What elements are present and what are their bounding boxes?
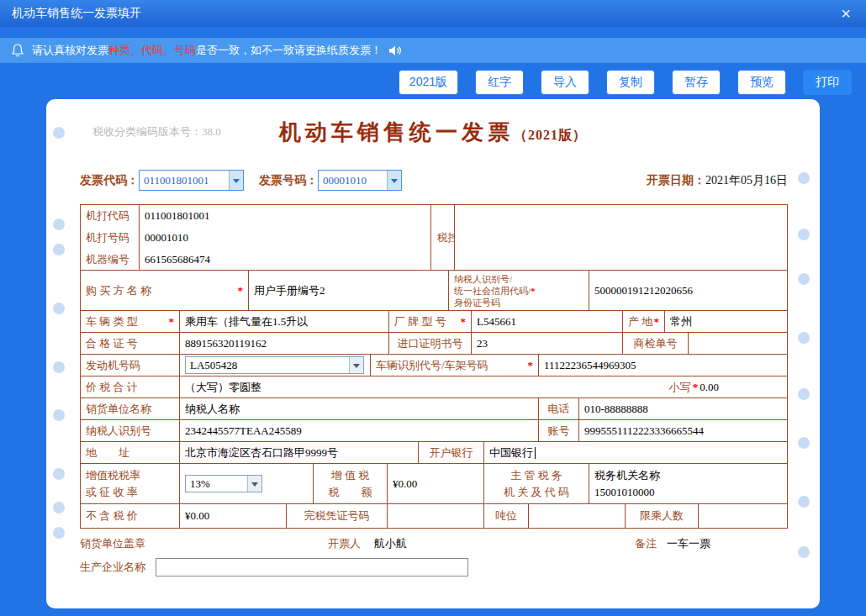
account-value[interactable]: 9995551112223336665544 bbox=[579, 420, 787, 441]
preview-button[interactable]: 预览 bbox=[737, 70, 786, 95]
speaker-icon[interactable] bbox=[388, 45, 403, 57]
buyer-name-label: 购 买 方 名 称 bbox=[86, 283, 151, 298]
row-vat: 增值税税率 或 征 收 率 13% 增 值 税 税 额 ¥0.00 主 管 税 … bbox=[81, 464, 787, 504]
phone-value[interactable]: 010-88888888 bbox=[579, 398, 787, 419]
decorative-dot bbox=[798, 496, 810, 508]
brand-model-value[interactable]: L545661 bbox=[472, 311, 623, 332]
decorative-dot bbox=[798, 172, 810, 184]
chevron-down-icon bbox=[247, 476, 261, 492]
import-cert-label: 进口证明书号 bbox=[389, 333, 472, 354]
tax-cert-value[interactable] bbox=[388, 504, 484, 528]
decorative-dot bbox=[53, 502, 65, 513]
vat-amount-value[interactable]: ¥0.00 bbox=[388, 464, 484, 503]
remark-label: 备注 bbox=[635, 536, 657, 551]
seller-seal-label: 销货单位盖章 bbox=[80, 536, 145, 551]
close-icon[interactable]: × bbox=[837, 5, 854, 22]
invoice-code-label: 发票代码： bbox=[80, 173, 139, 188]
tax-control-code-value[interactable] bbox=[455, 205, 787, 270]
vehicle-type-value[interactable]: 乘用车（排气量在1.5升以 bbox=[180, 311, 389, 332]
tonnage-value[interactable] bbox=[529, 504, 626, 528]
account-label: 账号 bbox=[539, 420, 579, 441]
vat-rate-label: 增值税税率 或 征 收 率 bbox=[81, 464, 180, 503]
tax-office-label: 主 管 税 务 机 关 及 代 码 bbox=[484, 464, 589, 503]
address-label: 地 址 bbox=[81, 442, 180, 463]
seller-name-label: 销货单位名称 bbox=[81, 398, 180, 419]
notice-text: 请认真核对发票种类、代码、号码是否一致，如不一致请更换纸质发票！ bbox=[32, 43, 382, 58]
print-button[interactable]: 打印 bbox=[803, 70, 852, 95]
import-cert-value[interactable]: 23 bbox=[472, 333, 623, 354]
row-vehicle-type: 车 辆 类 型* 乘用车（排气量在1.5升以 厂 牌 型 号* L545661 … bbox=[81, 311, 787, 333]
code-number-row: 发票代码： 011001801001 发票号码： 00001010 开票日期：2… bbox=[80, 170, 788, 191]
tonnage-label: 吨位 bbox=[484, 504, 529, 528]
vin-value[interactable]: 11122236544969305 bbox=[539, 355, 787, 376]
phone-label: 电话 bbox=[539, 398, 579, 419]
invoice-footer: 销货单位盖章 开票人 航小航 备注 一车一票 bbox=[80, 536, 788, 553]
row-certificates: 合 格 证 号 889156320119162 进口证明书号 23 商检单号 bbox=[81, 333, 787, 355]
toolbar: 2021版 红字 导入 复制 暂存 预览 打印 bbox=[399, 70, 852, 95]
row-address-bank: 地 址 北京市海淀区杏石口路甲9999号 开户银行 中国银行 bbox=[81, 442, 787, 464]
title-bar: 机动车销售统一发票填开 × bbox=[0, 0, 866, 27]
text-cursor bbox=[535, 447, 536, 459]
passengers-value[interactable] bbox=[699, 504, 787, 528]
passengers-label: 限乘人数 bbox=[626, 504, 699, 528]
tax-office-name[interactable]: 税务机关名称 bbox=[594, 467, 660, 484]
tax-office-code[interactable]: 15001010000 bbox=[594, 484, 655, 501]
decorative-dot bbox=[53, 244, 65, 255]
buyer-taxid-value[interactable]: 500000191212020656 bbox=[589, 271, 787, 310]
machine-code-label: 机打代码 bbox=[86, 205, 129, 227]
decorative-dot bbox=[798, 546, 810, 558]
version-2021-button[interactable]: 2021版 bbox=[399, 70, 458, 95]
address-value[interactable]: 北京市海淀区杏石口路甲9999号 bbox=[180, 442, 419, 463]
chevron-down-icon bbox=[387, 171, 401, 190]
seller-taxid-value[interactable]: 2342445577TEAA245589 bbox=[180, 420, 539, 441]
inspection-value[interactable] bbox=[689, 333, 787, 354]
engine-number-select[interactable]: LA505428 bbox=[185, 356, 364, 374]
red-invoice-button[interactable]: 红字 bbox=[475, 70, 524, 95]
save-draft-button[interactable]: 暂存 bbox=[672, 70, 721, 95]
remark-value[interactable]: 一车一票 bbox=[667, 536, 710, 551]
vat-amount-label: 增 值 税 税 额 bbox=[314, 464, 388, 503]
tax-control-code-label: 税控码 bbox=[431, 205, 455, 270]
bank-value[interactable]: 中国银行 bbox=[484, 442, 787, 463]
total-small-label: 小写 bbox=[669, 380, 691, 395]
total-small-value[interactable]: 0.00 bbox=[700, 381, 719, 394]
issue-date: 开票日期：2021年05月16日 bbox=[647, 173, 788, 188]
total-chinese-value[interactable]: （大写）零圆整 bbox=[185, 380, 261, 395]
origin-value[interactable]: 常州 bbox=[665, 311, 787, 332]
drawer-value[interactable]: 航小航 bbox=[374, 536, 407, 551]
notice-highlight: 种类、代码、号码 bbox=[108, 44, 196, 56]
invoice-title: 机动车销售统一发票（2021版） bbox=[46, 118, 820, 147]
notice-bar: 请认真核对发票种类、代码、号码是否一致，如不一致请更换纸质发票！ bbox=[0, 38, 866, 63]
manufacturer-row: 生产企业名称 bbox=[80, 558, 468, 577]
row-seller: 销货单位名称 纳税人名称 电话 010-88888888 bbox=[81, 398, 787, 420]
tax-cert-label: 完税凭证号码 bbox=[287, 504, 388, 528]
decorative-dot bbox=[798, 273, 810, 285]
decorative-dot bbox=[53, 409, 65, 421]
copy-button[interactable]: 复制 bbox=[606, 70, 655, 95]
invoice-number-label: 发票号码： bbox=[259, 173, 318, 188]
invoice-number-select[interactable]: 00001010 bbox=[318, 170, 402, 191]
pretax-value[interactable]: ¥0.00 bbox=[180, 504, 287, 528]
inspection-label: 商检单号 bbox=[623, 333, 689, 354]
decorative-dot bbox=[53, 218, 65, 230]
seller-name-value[interactable]: 纳税人名称 bbox=[180, 398, 539, 419]
manufacturer-label: 生产企业名称 bbox=[80, 560, 145, 575]
total-label: 价 税 合 计 bbox=[81, 376, 180, 398]
buyer-name-value[interactable]: 用户手册编号2 bbox=[249, 271, 449, 310]
machine-code-value: 011001801001 bbox=[145, 205, 210, 227]
invoice-code-select[interactable]: 011001801001 bbox=[139, 170, 244, 191]
vehicle-type-label: 车 辆 类 型 bbox=[86, 314, 138, 329]
machine-number-value: 00001010 bbox=[145, 227, 188, 249]
window-title: 机动车销售统一发票填开 bbox=[12, 6, 141, 21]
row-total: 价 税 合 计 （大写）零圆整 小写* 0.00 bbox=[81, 376, 787, 398]
pretax-label: 不 含 税 价 bbox=[81, 504, 180, 528]
certificate-value[interactable]: 889156320119162 bbox=[180, 333, 389, 354]
vin-label: 车辆识别代号/车架号码 bbox=[376, 358, 488, 373]
manufacturer-input[interactable] bbox=[156, 558, 468, 577]
drawer-label: 开票人 bbox=[328, 536, 361, 551]
bank-label: 开户银行 bbox=[419, 442, 484, 463]
import-button[interactable]: 导入 bbox=[541, 70, 589, 95]
vat-rate-select[interactable]: 13% bbox=[185, 475, 262, 492]
row-machine-info: 机打代码 机打号码 机器编号 011001801001 00001010 661… bbox=[81, 205, 787, 271]
brand-model-label: 厂 牌 型 号 bbox=[394, 314, 446, 329]
